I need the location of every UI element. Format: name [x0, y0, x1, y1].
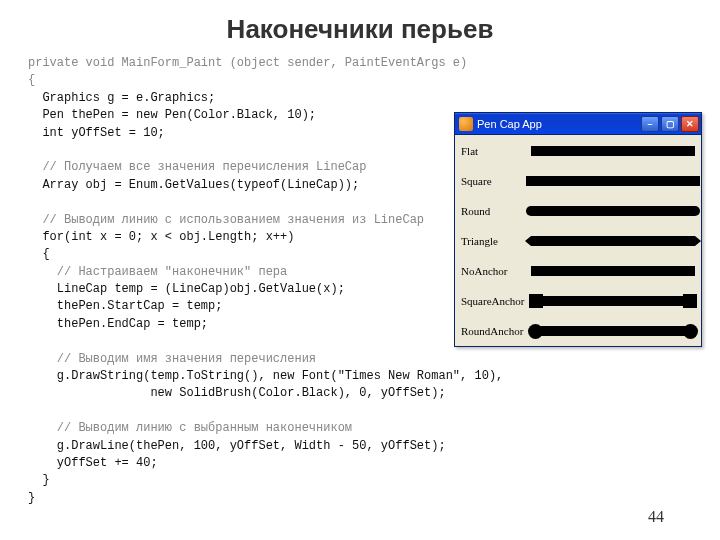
- code-line: }: [28, 473, 50, 487]
- code-line: g.DrawLine(thePen, 100, yOffSet, Width -…: [28, 439, 446, 453]
- linecap-sample: [531, 234, 695, 248]
- code-line: new SolidBrush(Color.Black), 0, yOffSet)…: [28, 386, 446, 400]
- linecap-sample: [531, 174, 695, 188]
- linecap-sample: [531, 294, 695, 308]
- code-line: thePen.StartCap = temp;: [28, 299, 222, 313]
- linecap-sample: [531, 324, 695, 338]
- code-line: g.DrawString(temp.ToString(), new Font("…: [28, 369, 503, 383]
- code-comment: // Выводим линию с использованием значен…: [28, 213, 424, 227]
- linecap-label: Round: [461, 205, 531, 217]
- linecap-sample: [531, 144, 695, 158]
- code-line: LineCap temp = (LineCap)obj.GetValue(x);: [28, 282, 345, 296]
- titlebar[interactable]: Pen Cap App – ▢ ✕: [455, 113, 701, 135]
- code-line: Array obj = Enum.GetValues(typeof(LineCa…: [28, 178, 359, 192]
- minimize-button[interactable]: –: [641, 116, 659, 132]
- maximize-button[interactable]: ▢: [661, 116, 679, 132]
- app-window: Pen Cap App – ▢ ✕ Flat Square Round Tria…: [454, 112, 702, 347]
- code-line: private void MainForm_Paint (object send…: [28, 56, 467, 70]
- code-comment: // Получаем все значения перечисления Li…: [28, 160, 366, 174]
- code-line: Graphics g = e.Graphics;: [28, 91, 215, 105]
- code-line: for(int x = 0; x < obj.Length; x++): [28, 230, 294, 244]
- code-comment: // Настраиваем "наконечник" пера: [28, 265, 287, 279]
- code-comment: // Выводим линию с выбранным наконечнико…: [28, 421, 352, 435]
- code-line: Pen thePen = new Pen(Color.Black, 10);: [28, 108, 316, 122]
- linecap-label: Triangle: [461, 235, 531, 247]
- code-line: }: [28, 491, 35, 505]
- linecap-label: Square: [461, 175, 531, 187]
- linecap-label: NoAnchor: [461, 265, 531, 277]
- linecap-label: RoundAnchor: [461, 325, 531, 337]
- linecap-sample: [531, 264, 695, 278]
- close-button[interactable]: ✕: [681, 116, 699, 132]
- linecap-row-noanchor: NoAnchor: [461, 257, 695, 285]
- page-number: 44: [648, 508, 664, 526]
- linecap-row-triangle: Triangle: [461, 227, 695, 255]
- app-icon: [459, 117, 473, 131]
- linecap-sample: [531, 204, 695, 218]
- code-line: int yOffSet = 10;: [28, 126, 165, 140]
- code-line: {: [28, 247, 50, 261]
- linecap-row-flat: Flat: [461, 137, 695, 165]
- linecap-label: SquareAnchor: [461, 295, 531, 307]
- code-comment: // Выводим имя значения перечисления: [28, 352, 316, 366]
- linecap-row-square: Square: [461, 167, 695, 195]
- code-line: {: [28, 73, 35, 87]
- window-title: Pen Cap App: [477, 118, 639, 130]
- linecap-label: Flat: [461, 145, 531, 157]
- linecap-row-roundanchor: RoundAnchor: [461, 317, 695, 345]
- linecap-row-squareanchor: SquareAnchor: [461, 287, 695, 315]
- code-line: yOffSet += 40;: [28, 456, 158, 470]
- slide-title: Наконечники перьев: [0, 14, 720, 45]
- linecap-row-round: Round: [461, 197, 695, 225]
- client-area: Flat Square Round Triangle NoAnchor Squa…: [455, 135, 701, 346]
- code-line: thePen.EndCap = temp;: [28, 317, 208, 331]
